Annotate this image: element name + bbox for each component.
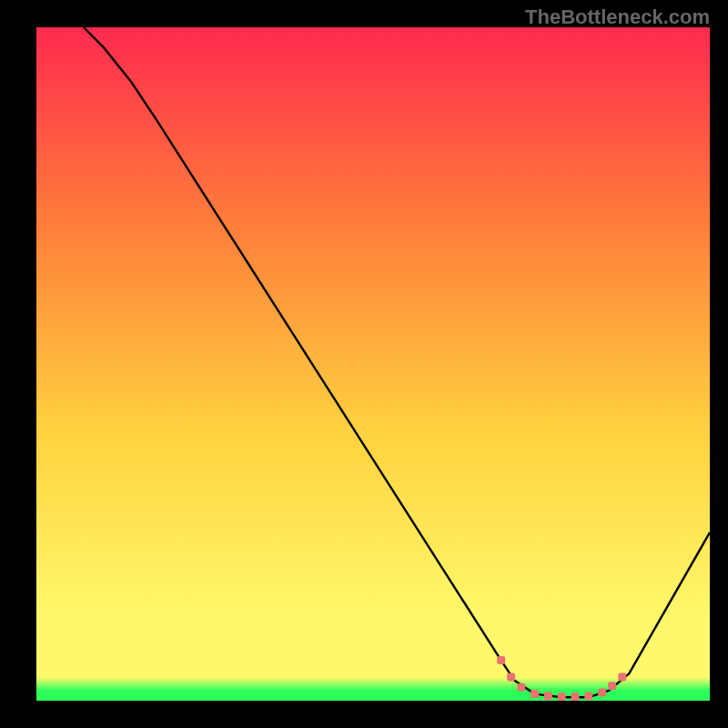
plot-area	[36, 27, 710, 701]
marker-point	[618, 673, 626, 682]
marker-point	[531, 690, 539, 698]
chart-container: TheBottleneck.com	[0, 0, 728, 728]
watermark-text: TheBottleneck.com	[525, 5, 710, 29]
marker-point	[558, 693, 566, 701]
marker-point	[571, 693, 580, 701]
marker-point	[584, 692, 592, 700]
marker-point	[497, 656, 505, 664]
marker-point	[507, 673, 515, 682]
marker-point	[608, 682, 616, 690]
marker-point	[598, 689, 606, 697]
gradient-background	[36, 27, 710, 701]
marker-point	[517, 683, 525, 692]
chart-svg	[36, 27, 710, 701]
marker-point	[544, 692, 552, 700]
